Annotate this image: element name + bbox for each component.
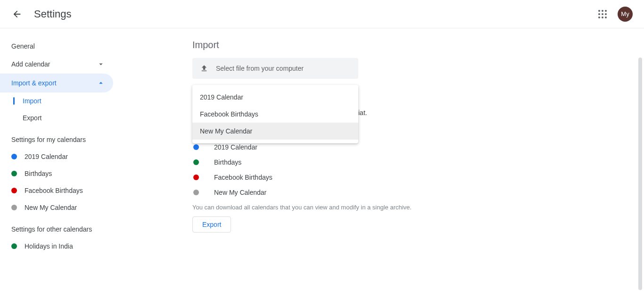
export-item-facebook[interactable]: Facebook Birthdays: [192, 170, 625, 185]
sidebar-heading-my-calendars: Settings for my calendars: [0, 126, 123, 148]
scrollbar[interactable]: [637, 58, 643, 290]
color-dot: [193, 159, 199, 165]
header: Settings My: [0, 0, 644, 28]
back-button[interactable]: [8, 5, 26, 24]
calendar-dropdown: 2019 Calendar Facebook Birthdays New My …: [192, 85, 358, 143]
apps-button[interactable]: [593, 5, 612, 24]
sidebar-label: Facebook Birthdays: [25, 187, 83, 194]
arrow-back-icon: [12, 9, 22, 19]
dropdown-option-new-my[interactable]: New My Calendar: [192, 123, 358, 140]
upload-icon: [200, 64, 208, 73]
sidebar-label: General: [11, 42, 35, 50]
export-item-label: New My Calendar: [214, 189, 266, 196]
export-item-label: 2019 Calendar: [214, 143, 257, 151]
sidebar-item-export[interactable]: Export: [0, 109, 123, 126]
apps-icon: [598, 10, 607, 18]
export-button[interactable]: Export: [192, 216, 231, 233]
color-dot: [11, 188, 17, 193]
color-dot: [11, 205, 17, 210]
color-dot: [11, 154, 17, 159]
color-dot: [193, 190, 199, 195]
hint-text-fragment: iat.: [358, 109, 367, 116]
export-list: 2019 Calendar Birthdays Facebook Birthda…: [192, 140, 625, 200]
sidebar-calendar-new-my[interactable]: New My Calendar: [0, 199, 123, 216]
sidebar-item-add-calendar[interactable]: Add calendar: [0, 55, 113, 74]
dropdown-option-2019[interactable]: 2019 Calendar: [192, 89, 358, 106]
sidebar-calendar-holidays[interactable]: Holidays in India: [0, 238, 123, 255]
upload-label: Select file from your computer: [216, 65, 304, 72]
upload-file-button[interactable]: Select file from your computer: [192, 58, 358, 79]
sidebar-item-general[interactable]: General: [0, 38, 113, 55]
chevron-up-icon: [96, 78, 106, 88]
import-section-title: Import: [192, 40, 625, 50]
export-item-new-my[interactable]: New My Calendar: [192, 185, 625, 200]
sidebar-calendar-facebook[interactable]: Facebook Birthdays: [0, 182, 123, 199]
color-dot: [193, 144, 199, 150]
export-note: You can download all calendars that you …: [192, 204, 625, 211]
sidebar: General Add calendar Import & export Imp…: [0, 28, 123, 291]
sidebar-label: Holidays in India: [25, 242, 73, 250]
sidebar-item-import[interactable]: Import: [0, 92, 123, 109]
header-right: My: [593, 5, 636, 24]
sidebar-label: New My Calendar: [25, 204, 77, 211]
main-content: Import Select file from your computer ia…: [123, 28, 644, 291]
chevron-down-icon: [96, 59, 106, 69]
sidebar-calendar-birthdays[interactable]: Birthdays: [0, 165, 123, 182]
color-dot: [11, 171, 17, 176]
sidebar-label: 2019 Calendar: [25, 153, 68, 160]
sidebar-label: Birthdays: [25, 170, 52, 177]
sidebar-item-import-export[interactable]: Import & export: [0, 74, 113, 92]
dropdown-option-facebook[interactable]: Facebook Birthdays: [192, 106, 358, 123]
export-item-birthdays[interactable]: Birthdays: [192, 155, 625, 170]
scrollbar-thumb[interactable]: [638, 58, 642, 290]
export-item-label: Birthdays: [214, 158, 241, 166]
export-item-label: Facebook Birthdays: [214, 174, 272, 181]
sidebar-label: Add calendar: [11, 60, 50, 68]
sidebar-calendar-2019[interactable]: 2019 Calendar: [0, 148, 123, 165]
sidebar-heading-other-calendars: Settings for other calendars: [0, 216, 123, 238]
page-title: Settings: [34, 8, 72, 20]
sidebar-label: Import: [23, 97, 41, 105]
header-left: Settings: [8, 5, 72, 24]
avatar[interactable]: My: [618, 7, 633, 22]
color-dot: [11, 243, 17, 249]
sidebar-label: Import & export: [11, 79, 57, 87]
color-dot: [193, 175, 199, 180]
sidebar-label: Export: [23, 114, 41, 122]
